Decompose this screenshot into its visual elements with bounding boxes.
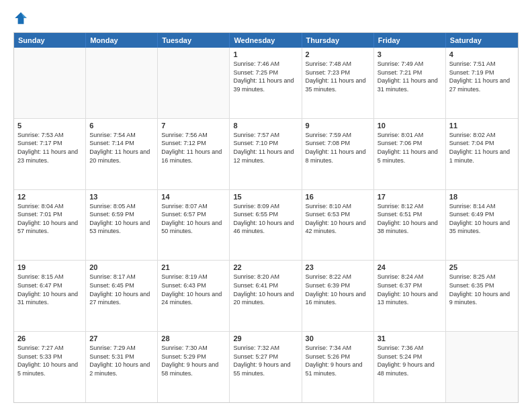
day-info: Sunrise: 7:46 AM Sunset: 7:25 PM Dayligh… — [233, 60, 298, 93]
day-info: Sunrise: 8:25 AM Sunset: 6:35 PM Dayligh… — [449, 273, 515, 306]
day-cell — [446, 332, 518, 402]
day-number: 4 — [449, 50, 515, 58]
day-cell: 29Sunrise: 7:32 AM Sunset: 5:27 PM Dayli… — [230, 332, 302, 402]
day-number: 25 — [449, 263, 515, 271]
day-cell: 14Sunrise: 8:07 AM Sunset: 6:57 PM Dayli… — [158, 190, 230, 261]
day-cell — [86, 48, 158, 118]
day-info: Sunrise: 7:56 AM Sunset: 7:12 PM Dayligh… — [161, 131, 226, 165]
day-cell: 6Sunrise: 7:54 AM Sunset: 7:14 PM Daylig… — [86, 119, 158, 189]
day-cell: 3Sunrise: 7:49 AM Sunset: 7:21 PM Daylig… — [374, 48, 446, 118]
day-number: 17 — [378, 193, 442, 201]
day-number: 1 — [233, 50, 298, 58]
day-number: 19 — [17, 263, 82, 271]
day-number: 18 — [449, 193, 515, 201]
day-number: 22 — [233, 263, 298, 271]
day-info: Sunrise: 7:34 AM Sunset: 5:26 PM Dayligh… — [306, 344, 370, 377]
day-cell: 12Sunrise: 8:04 AM Sunset: 7:01 PM Dayli… — [14, 190, 86, 261]
day-cell — [14, 48, 86, 118]
day-number: 15 — [233, 193, 298, 201]
day-cell: 5Sunrise: 7:53 AM Sunset: 7:17 PM Daylig… — [14, 119, 86, 189]
day-number: 16 — [306, 193, 370, 201]
day-info: Sunrise: 7:27 AM Sunset: 5:33 PM Dayligh… — [17, 344, 82, 377]
day-cell: 2Sunrise: 7:48 AM Sunset: 7:23 PM Daylig… — [302, 48, 374, 118]
day-cell: 18Sunrise: 8:14 AM Sunset: 6:49 PM Dayli… — [446, 190, 518, 261]
day-number: 31 — [378, 334, 442, 342]
day-cell: 8Sunrise: 7:57 AM Sunset: 7:10 PM Daylig… — [230, 119, 302, 189]
day-cell: 23Sunrise: 8:22 AM Sunset: 6:39 PM Dayli… — [302, 261, 374, 331]
logo-icon — [13, 11, 28, 26]
week-row-4: 19Sunrise: 8:15 AM Sunset: 6:47 PM Dayli… — [14, 260, 518, 331]
day-cell: 30Sunrise: 7:34 AM Sunset: 5:26 PM Dayli… — [302, 332, 374, 402]
day-number: 7 — [161, 122, 226, 130]
day-header-wednesday: Wednesday — [230, 33, 302, 48]
day-header-monday: Monday — [86, 33, 158, 48]
day-cell: 4Sunrise: 7:51 AM Sunset: 7:19 PM Daylig… — [446, 48, 518, 118]
day-cell: 20Sunrise: 8:17 AM Sunset: 6:45 PM Dayli… — [86, 261, 158, 331]
day-cell: 21Sunrise: 8:19 AM Sunset: 6:43 PM Dayli… — [158, 261, 230, 331]
day-header-sunday: Sunday — [14, 33, 86, 48]
day-number: 28 — [161, 334, 226, 342]
day-cell: 28Sunrise: 7:30 AM Sunset: 5:29 PM Dayli… — [158, 332, 230, 402]
day-number: 23 — [306, 263, 370, 271]
day-info: Sunrise: 7:54 AM Sunset: 7:14 PM Dayligh… — [89, 131, 154, 165]
week-row-2: 5Sunrise: 7:53 AM Sunset: 7:17 PM Daylig… — [14, 118, 518, 189]
day-number: 29 — [233, 334, 298, 342]
day-header-saturday: Saturday — [446, 33, 518, 48]
day-info: Sunrise: 7:36 AM Sunset: 5:24 PM Dayligh… — [378, 344, 442, 377]
day-cell: 22Sunrise: 8:20 AM Sunset: 6:41 PM Dayli… — [230, 261, 302, 331]
week-row-3: 12Sunrise: 8:04 AM Sunset: 7:01 PM Dayli… — [14, 189, 518, 261]
day-cell: 17Sunrise: 8:12 AM Sunset: 6:51 PM Dayli… — [374, 190, 446, 261]
day-cell — [158, 48, 230, 118]
day-number: 26 — [17, 334, 82, 342]
day-info: Sunrise: 7:30 AM Sunset: 5:29 PM Dayligh… — [161, 344, 226, 377]
day-cell: 7Sunrise: 7:56 AM Sunset: 7:12 PM Daylig… — [158, 119, 230, 189]
day-info: Sunrise: 8:05 AM Sunset: 6:59 PM Dayligh… — [89, 202, 154, 236]
day-number: 2 — [306, 50, 370, 58]
weeks: 1Sunrise: 7:46 AM Sunset: 7:25 PM Daylig… — [14, 48, 518, 402]
day-info: Sunrise: 7:49 AM Sunset: 7:21 PM Dayligh… — [378, 60, 442, 93]
day-number: 21 — [161, 263, 226, 271]
day-cell: 25Sunrise: 8:25 AM Sunset: 6:35 PM Dayli… — [446, 261, 518, 331]
day-number: 30 — [306, 334, 370, 342]
day-header-thursday: Thursday — [302, 33, 374, 48]
day-info: Sunrise: 7:53 AM Sunset: 7:17 PM Dayligh… — [17, 131, 82, 165]
day-cell: 10Sunrise: 8:01 AM Sunset: 7:06 PM Dayli… — [374, 119, 446, 189]
day-info: Sunrise: 8:20 AM Sunset: 6:41 PM Dayligh… — [233, 273, 298, 306]
day-info: Sunrise: 7:48 AM Sunset: 7:23 PM Dayligh… — [306, 60, 370, 93]
day-cell: 9Sunrise: 7:59 AM Sunset: 7:08 PM Daylig… — [302, 119, 374, 189]
logo — [13, 11, 31, 26]
day-info: Sunrise: 7:59 AM Sunset: 7:08 PM Dayligh… — [306, 131, 370, 165]
day-cell: 1Sunrise: 7:46 AM Sunset: 7:25 PM Daylig… — [230, 48, 302, 118]
day-header-friday: Friday — [374, 33, 446, 48]
day-number: 11 — [449, 122, 515, 130]
day-cell: 13Sunrise: 8:05 AM Sunset: 6:59 PM Dayli… — [86, 190, 158, 261]
day-cell: 24Sunrise: 8:24 AM Sunset: 6:37 PM Dayli… — [374, 261, 446, 331]
day-info: Sunrise: 8:10 AM Sunset: 6:53 PM Dayligh… — [306, 202, 370, 236]
day-number: 12 — [17, 193, 82, 201]
page-header — [13, 11, 519, 26]
week-row-5: 26Sunrise: 7:27 AM Sunset: 5:33 PM Dayli… — [14, 331, 518, 402]
page-container: SundayMondayTuesdayWednesdayThursdayFrid… — [0, 0, 532, 411]
day-cell: 11Sunrise: 8:02 AM Sunset: 7:04 PM Dayli… — [446, 119, 518, 189]
day-cell: 31Sunrise: 7:36 AM Sunset: 5:24 PM Dayli… — [374, 332, 446, 402]
day-info: Sunrise: 8:19 AM Sunset: 6:43 PM Dayligh… — [161, 273, 226, 306]
day-info: Sunrise: 8:01 AM Sunset: 7:06 PM Dayligh… — [378, 131, 442, 165]
week-row-1: 1Sunrise: 7:46 AM Sunset: 7:25 PM Daylig… — [14, 48, 518, 118]
day-number: 20 — [89, 263, 154, 271]
day-info: Sunrise: 8:24 AM Sunset: 6:37 PM Dayligh… — [378, 273, 442, 306]
day-cell: 26Sunrise: 7:27 AM Sunset: 5:33 PM Dayli… — [14, 332, 86, 402]
day-info: Sunrise: 8:17 AM Sunset: 6:45 PM Dayligh… — [89, 273, 154, 306]
day-cell: 15Sunrise: 8:09 AM Sunset: 6:55 PM Dayli… — [230, 190, 302, 261]
day-number: 24 — [378, 263, 442, 271]
day-info: Sunrise: 8:02 AM Sunset: 7:04 PM Dayligh… — [449, 131, 515, 165]
day-info: Sunrise: 8:12 AM Sunset: 6:51 PM Dayligh… — [378, 202, 442, 236]
calendar: SundayMondayTuesdayWednesdayThursdayFrid… — [13, 32, 519, 403]
day-number: 6 — [89, 122, 154, 130]
day-cell: 27Sunrise: 7:29 AM Sunset: 5:31 PM Dayli… — [86, 332, 158, 402]
day-info: Sunrise: 7:51 AM Sunset: 7:19 PM Dayligh… — [449, 60, 515, 93]
day-info: Sunrise: 8:07 AM Sunset: 6:57 PM Dayligh… — [161, 202, 226, 236]
day-info: Sunrise: 7:32 AM Sunset: 5:27 PM Dayligh… — [233, 344, 298, 377]
day-headers: SundayMondayTuesdayWednesdayThursdayFrid… — [14, 33, 518, 48]
day-cell: 19Sunrise: 8:15 AM Sunset: 6:47 PM Dayli… — [14, 261, 86, 331]
day-number: 5 — [17, 122, 82, 130]
